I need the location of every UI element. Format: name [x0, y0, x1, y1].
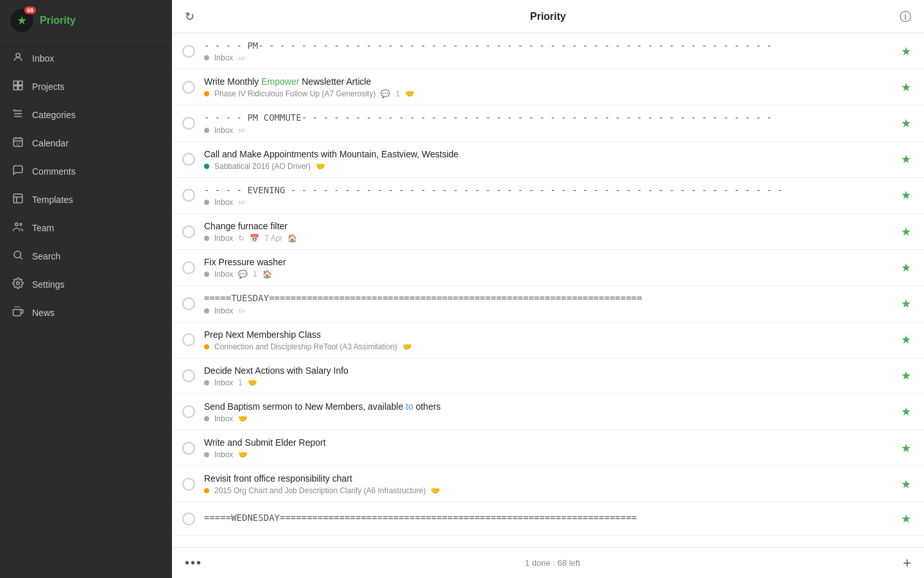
monitor-icon: ▭: [238, 126, 244, 134]
task-checkbox[interactable]: [182, 153, 195, 166]
task-checkbox[interactable]: [182, 442, 195, 455]
sidebar-item-team[interactable]: Team: [0, 214, 172, 242]
task-checkbox[interactable]: [182, 117, 195, 130]
task-star[interactable]: ★: [901, 188, 911, 202]
sidebar-item-comments[interactable]: Comments: [0, 157, 172, 186]
sidebar-item-inbox[interactable]: Inbox: [0, 44, 172, 73]
sidebar-item-templates[interactable]: Templates: [0, 186, 172, 214]
refresh-button[interactable]: ↻: [185, 10, 194, 24]
svg-point-0: [16, 53, 20, 57]
main-panel: ↻ Priority ⓘ - - - - PM- - - - - - - - -…: [172, 0, 924, 578]
task-title: Write Monthly Empower Newsletter Article: [204, 76, 891, 87]
task-row[interactable]: =====WEDNESDAY==========================…: [172, 502, 924, 536]
page-title: Priority: [530, 11, 566, 22]
task-star[interactable]: ★: [901, 225, 911, 239]
sidebar-item-label: Inbox: [32, 53, 54, 64]
app-logo[interactable]: ★ 68: [10, 9, 33, 32]
meta-dot: [204, 236, 209, 241]
task-row[interactable]: Prep Next Membership Class Connection an…: [172, 322, 924, 358]
meta-dot: [204, 308, 209, 313]
meta-dot: [204, 416, 209, 421]
task-title: - - - - PM- - - - - - - - - - - - - - - …: [204, 40, 891, 51]
task-row[interactable]: =====TUESDAY============================…: [172, 286, 924, 322]
task-checkbox[interactable]: [182, 369, 195, 382]
task-row[interactable]: Send Baptism sermon to New Members, avai…: [172, 394, 924, 430]
task-row[interactable]: Write Monthly Empower Newsletter Article…: [172, 69, 924, 105]
task-star[interactable]: ★: [901, 44, 911, 58]
task-content: Fix Pressure washer Inbox 💬 1 🏠: [204, 256, 891, 279]
task-row[interactable]: - - - - PM COMMUTE- - - - - - - - - - - …: [172, 105, 924, 141]
task-star[interactable]: ★: [901, 80, 911, 94]
task-star[interactable]: ★: [901, 261, 911, 275]
task-star[interactable]: ★: [901, 441, 911, 455]
task-row[interactable]: - - - - EVENING - - - - - - - - - - - - …: [172, 178, 924, 214]
task-checkbox[interactable]: [182, 261, 195, 274]
task-meta: Inbox ▭: [204, 126, 891, 135]
monitor-icon: ▭: [238, 54, 244, 62]
task-checkbox[interactable]: [182, 478, 195, 491]
task-checkbox[interactable]: [182, 45, 195, 58]
sidebar-nav: Inbox Projects Categories 17 Calendar Co…: [0, 42, 172, 578]
task-row[interactable]: - - - - PM- - - - - - - - - - - - - - - …: [172, 33, 924, 69]
task-star[interactable]: ★: [901, 333, 911, 347]
task-content: - - - - PM- - - - - - - - - - - - - - - …: [204, 40, 891, 62]
sidebar-item-news[interactable]: News: [0, 299, 172, 327]
task-checkbox[interactable]: [182, 189, 195, 202]
task-star[interactable]: ★: [901, 405, 911, 419]
footer-status: 1 done : 68 left: [202, 558, 903, 568]
add-task-button[interactable]: +: [903, 555, 911, 572]
sidebar-item-categories[interactable]: Categories: [0, 101, 172, 129]
task-row[interactable]: Call and Make Appointments with Mountain…: [172, 142, 924, 178]
footer-menu-button[interactable]: •••: [185, 556, 202, 570]
sidebar-item-settings[interactable]: Settings: [0, 270, 172, 299]
task-content: Change furnace filter Inbox ↻ 📅 7 Apr 🏠: [204, 220, 891, 243]
task-meta: Sabbatical 2016 (AO Driver) 🤝: [204, 162, 891, 171]
task-content: Prep Next Membership Class Connection an…: [204, 329, 891, 351]
topbar: ↻ Priority ⓘ: [172, 0, 924, 33]
task-checkbox[interactable]: [182, 512, 195, 525]
task-star[interactable]: ★: [901, 116, 911, 130]
meta-dot: [204, 380, 209, 385]
task-content: =====TUESDAY============================…: [204, 292, 891, 315]
task-meta: Connection and Discipleship ReTool (A3 A…: [204, 342, 891, 351]
task-content: Send Baptism sermon to New Members, avai…: [204, 401, 891, 423]
task-checkbox[interactable]: [182, 81, 195, 94]
task-row[interactable]: Revisit front office responsibility char…: [172, 466, 924, 502]
meta-dot: [204, 91, 209, 96]
task-row[interactable]: Fix Pressure washer Inbox 💬 1 🏠 ★: [172, 250, 924, 286]
task-star[interactable]: ★: [901, 369, 911, 383]
sidebar-item-calendar[interactable]: 17 Calendar: [0, 129, 172, 157]
task-star[interactable]: ★: [901, 152, 911, 166]
svg-text:17: 17: [16, 142, 21, 146]
sidebar: ★ 68 Priority Inbox Projects Categories …: [0, 0, 172, 578]
task-title: - - - - PM COMMUTE- - - - - - - - - - - …: [204, 112, 891, 123]
sidebar-item-label: Search: [32, 251, 60, 261]
meta-project: Phase IV Ridiculous Follow Up (A7 Genero…: [214, 89, 375, 98]
task-title: Prep Next Membership Class: [204, 329, 891, 340]
info-button[interactable]: ⓘ: [900, 9, 911, 24]
task-row[interactable]: Change furnace filter Inbox ↻ 📅 7 Apr 🏠 …: [172, 214, 924, 250]
house-icon: 🏠: [287, 234, 297, 243]
task-checkbox[interactable]: [182, 297, 195, 310]
sidebar-item-projects[interactable]: Projects: [0, 73, 172, 101]
meta-inbox: Inbox: [214, 126, 233, 135]
hands-icon: 🤝: [405, 89, 415, 98]
task-row[interactable]: Decide Next Actions with Salary Info Inb…: [172, 358, 924, 394]
task-meta: Inbox ↻ 📅 7 Apr 🏠: [204, 234, 891, 243]
sidebar-item-label: Team: [32, 223, 54, 233]
task-star[interactable]: ★: [901, 477, 911, 491]
task-checkbox[interactable]: [182, 333, 195, 346]
task-row[interactable]: Write and Submit Elder Report Inbox 🤝 ★: [172, 430, 924, 466]
task-checkbox[interactable]: [182, 225, 195, 238]
svg-rect-7: [13, 194, 22, 203]
task-title: =====TUESDAY============================…: [204, 292, 891, 304]
task-star[interactable]: ★: [901, 297, 911, 311]
task-star[interactable]: ★: [901, 512, 911, 526]
meta-inbox: Inbox: [214, 53, 233, 62]
sidebar-item-search[interactable]: Search: [0, 242, 172, 270]
task-title: Revisit front office responsibility char…: [204, 473, 891, 484]
task-checkbox[interactable]: [182, 405, 195, 418]
categories-icon: [12, 108, 24, 122]
task-title: - - - - EVENING - - - - - - - - - - - - …: [204, 184, 891, 196]
task-meta: Inbox 🤝: [204, 450, 891, 459]
